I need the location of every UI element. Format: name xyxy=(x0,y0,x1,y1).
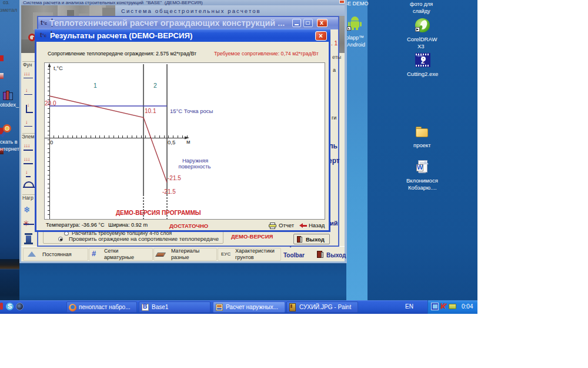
svg-text:-21.5: -21.5 xyxy=(162,188,176,195)
svg-text:поверхность: поверхность xyxy=(178,163,211,170)
svg-text:0: 0 xyxy=(50,139,53,145)
svg-text:20.0: 20.0 xyxy=(45,100,56,107)
svg-text:2: 2 xyxy=(153,82,157,89)
svg-text:15°C Точка росы: 15°C Точка росы xyxy=(170,108,213,114)
svg-text:-21.5: -21.5 xyxy=(168,175,181,181)
svg-text:1: 1 xyxy=(93,82,97,89)
svg-text:0,5: 0,5 xyxy=(168,139,175,145)
svg-text:ДЕМО-ВЕРСИЯ ПРОГРАММЫ: ДЕМО-ВЕРСИЯ ПРОГРАММЫ xyxy=(116,210,201,216)
svg-text:м: м xyxy=(186,138,191,145)
svg-text:t,°C: t,°C xyxy=(54,65,63,71)
svg-text:10.1: 10.1 xyxy=(145,108,156,114)
